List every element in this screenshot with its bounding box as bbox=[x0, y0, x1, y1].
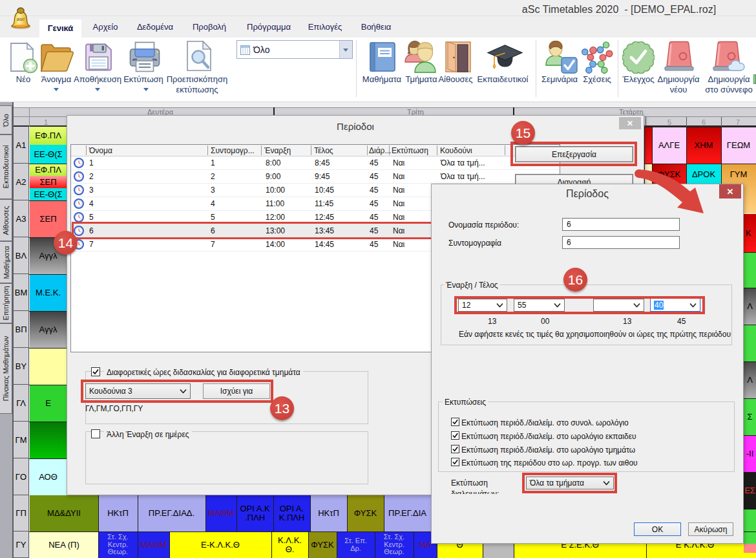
svg-text:asc: asc bbox=[17, 16, 25, 22]
